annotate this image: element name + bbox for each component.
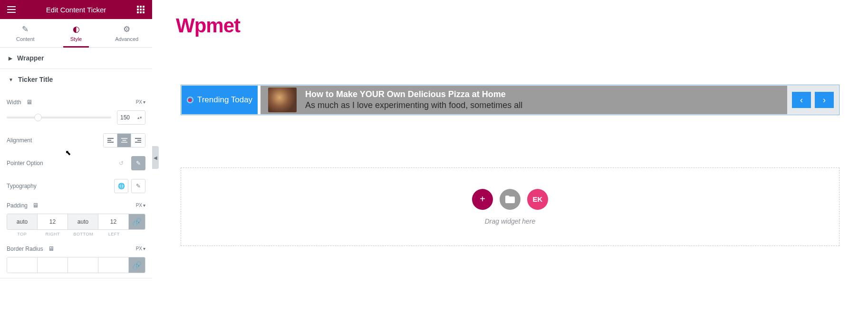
svg-rect-5 xyxy=(143,9,145,10)
contrast-icon: ◐ xyxy=(73,24,80,34)
desktop-icon[interactable]: 🖥 xyxy=(32,202,39,209)
label-left: LEFT xyxy=(99,232,130,236)
tab-advanced[interactable]: ⚙ Advanced xyxy=(101,19,152,47)
panel-title: Edit Content Ticker xyxy=(18,6,134,14)
radius-input[interactable] xyxy=(68,257,98,273)
collapse-panel-button[interactable]: ◀ xyxy=(152,146,159,169)
tab-label: Style xyxy=(70,36,82,42)
widgets-grid-button[interactable] xyxy=(134,3,147,16)
svg-rect-0 xyxy=(137,6,139,8)
padding-right-input[interactable]: 12 xyxy=(38,214,68,229)
control-label: Width xyxy=(7,99,21,106)
label-bottom: BOTTOM xyxy=(68,232,99,236)
control-pointer: Pointer Option ↺ ✎ xyxy=(7,156,145,170)
align-center-button[interactable] xyxy=(117,134,131,147)
section-wrapper: ▶ Wrapper xyxy=(0,48,152,69)
elementskit-button[interactable]: EK xyxy=(527,189,548,210)
globe-button[interactable]: 🌐 xyxy=(114,179,128,193)
template-library-button[interactable] xyxy=(500,189,521,210)
menu-button[interactable] xyxy=(5,3,18,16)
alignment-buttons xyxy=(103,133,145,148)
radius-input[interactable] xyxy=(38,257,68,273)
label-right: RIGHT xyxy=(38,232,68,236)
preview-canvas: Wpmet Trending Today How to Make YOUR Ow… xyxy=(152,0,868,315)
link-values-button[interactable]: 🔗 xyxy=(129,257,145,273)
ticker-body: How to Make YOUR Own Delicious Pizza at … xyxy=(258,86,787,114)
control-alignment: Alignment xyxy=(7,133,145,148)
tab-label: Content xyxy=(16,36,35,42)
ticker-headline: How to Make YOUR Own Delicious Pizza at … xyxy=(305,89,522,99)
svg-rect-4 xyxy=(140,9,142,10)
edit-typography-button[interactable]: ✎ xyxy=(131,179,145,193)
widget-drop-zone[interactable]: + EK Drag widget here xyxy=(181,167,839,246)
align-right-button[interactable] xyxy=(131,134,145,147)
record-dot-icon xyxy=(187,97,193,103)
label-top: TOP xyxy=(7,232,38,236)
control-padding: Padding 🖥 PX ▾ auto 12 auto 12 🔗 TOP xyxy=(7,202,145,236)
chevron-down-icon: ▾ xyxy=(143,203,145,208)
desktop-icon[interactable]: 🖥 xyxy=(26,98,32,106)
svg-rect-2 xyxy=(143,6,145,8)
unit-selector[interactable]: PX ▾ xyxy=(136,99,145,105)
ticker-badge-text: Trending Today xyxy=(197,95,252,105)
caret-down-icon: ▼ xyxy=(9,77,13,82)
width-input[interactable]: 150▴▾ xyxy=(117,110,145,125)
section-ticker-title: ▼ Ticker Title Width 🖥 PX ▾ xyxy=(0,69,152,278)
pencil-icon: ✎ xyxy=(22,24,29,34)
radius-input[interactable] xyxy=(7,257,38,273)
width-slider[interactable] xyxy=(7,117,111,118)
section-title: Ticker Title xyxy=(18,76,53,83)
tab-label: Advanced xyxy=(115,36,138,42)
unit-selector[interactable]: PX ▾ xyxy=(136,203,145,208)
control-label: Typography xyxy=(7,183,37,189)
controls-panel: ▶ Wrapper ▼ Ticker Title Width 🖥 PX ▾ xyxy=(0,48,152,315)
control-label: Alignment xyxy=(7,137,32,144)
number-spinner[interactable]: ▴▾ xyxy=(137,115,142,120)
gear-icon: ⚙ xyxy=(123,24,130,34)
ticker-title-badge: Trending Today xyxy=(182,86,258,114)
panel-header: Edit Content Ticker xyxy=(0,0,152,19)
svg-rect-1 xyxy=(140,6,142,8)
control-label: Border Radius xyxy=(7,246,43,252)
desktop-icon[interactable]: 🖥 xyxy=(48,245,54,252)
padding-top-input[interactable]: auto xyxy=(7,214,38,229)
site-brand: Wpmet xyxy=(176,14,858,37)
section-header-ticker-title[interactable]: ▼ Ticker Title xyxy=(0,69,152,90)
ticker-next-button[interactable]: › xyxy=(815,92,834,108)
chevron-down-icon: ▾ xyxy=(143,246,145,251)
content-ticker-widget[interactable]: Trending Today How to Make YOUR Own Deli… xyxy=(181,85,839,115)
svg-rect-8 xyxy=(143,11,145,13)
radius-input[interactable] xyxy=(98,257,129,273)
control-width: Width 🖥 PX ▾ 150▴▾ xyxy=(7,98,145,125)
padding-bottom-input[interactable]: auto xyxy=(68,214,98,229)
control-border-radius: Border Radius 🖥 PX ▾ 🔗 xyxy=(7,245,145,273)
reset-button[interactable]: ↺ xyxy=(114,156,128,170)
section-header-wrapper[interactable]: ▶ Wrapper xyxy=(0,48,152,69)
tab-content[interactable]: ✎ Content xyxy=(0,19,51,47)
editor-tabs: ✎ Content ◐ Style ⚙ Advanced xyxy=(0,19,152,48)
link-values-button[interactable]: 🔗 xyxy=(129,214,145,229)
svg-rect-3 xyxy=(137,9,139,10)
control-label: Padding xyxy=(7,202,28,209)
drop-zone-text: Drag widget here xyxy=(485,217,536,225)
chevron-down-icon: ▾ xyxy=(143,99,145,105)
control-typography: Typography 🌐 ✎ xyxy=(7,179,145,193)
svg-rect-6 xyxy=(137,11,139,13)
ticker-nav: ‹ › xyxy=(787,86,839,114)
caret-right-icon: ▶ xyxy=(9,56,12,61)
ticker-prev-button[interactable]: ‹ xyxy=(792,92,811,108)
edit-pointer-button[interactable]: ✎ xyxy=(131,156,145,170)
control-label: Pointer Option xyxy=(7,160,43,167)
unit-selector[interactable]: PX ▾ xyxy=(136,246,145,251)
svg-rect-7 xyxy=(140,11,142,13)
tab-style[interactable]: ◐ Style xyxy=(51,19,102,47)
add-section-button[interactable]: + xyxy=(472,189,493,210)
slider-thumb[interactable] xyxy=(34,114,42,121)
ticker-thumbnail xyxy=(268,88,297,112)
padding-left-input[interactable]: 12 xyxy=(98,214,129,229)
section-title: Wrapper xyxy=(17,54,44,62)
ticker-subtext: As much as I love experimenting with foo… xyxy=(305,100,522,110)
align-left-button[interactable] xyxy=(104,134,117,147)
